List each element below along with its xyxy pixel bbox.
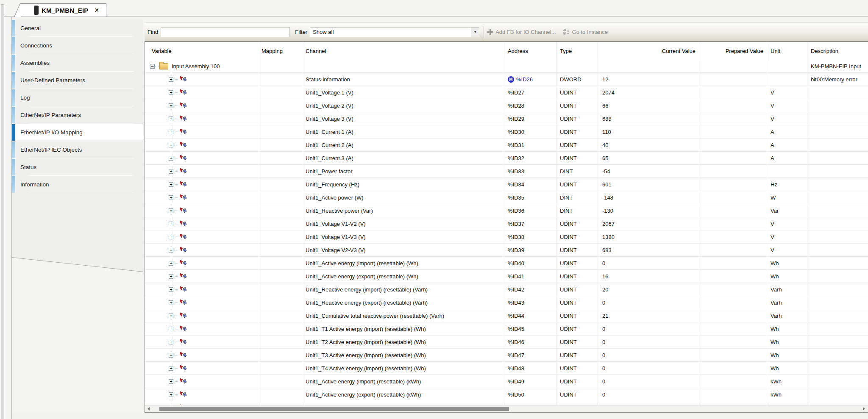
cell-mapping[interactable] (258, 296, 302, 309)
cell-unit[interactable]: Varh (767, 309, 807, 322)
cell-channel[interactable]: Unit1_Reactive energy (export) (resettab… (302, 296, 504, 309)
cell-unit[interactable] (767, 165, 807, 178)
cell-address[interactable]: %ID45 (504, 322, 556, 335)
cell-type[interactable]: UDINT (556, 336, 598, 348)
table-row-6[interactable]: + Unit1_Current 3 (A)%ID32UDINT65A (145, 152, 868, 165)
cell-mapping[interactable] (258, 375, 302, 388)
column-header-current-value[interactable]: Current Value (598, 42, 699, 60)
cell-prepared-value[interactable] (699, 257, 767, 269)
cell-channel[interactable]: Unit1_Voltage V1-V3 (V) (302, 230, 504, 243)
cell-channel[interactable]: Unit1_Voltage 2 (V) (302, 99, 504, 112)
cell-type[interactable]: UDINT (556, 388, 598, 401)
cell-type[interactable]: UDINT (556, 244, 598, 256)
cell-current-value[interactable]: 0 (598, 296, 699, 309)
cell-channel[interactable]: Unit1_Frequency (Hz) (302, 178, 504, 191)
table-row-8[interactable]: + Unit1_Frequency (Hz)%ID34UDINT601Hz (145, 178, 868, 191)
horizontal-scrollbar[interactable] (145, 405, 868, 412)
cell-address[interactable]: %ID50 (504, 388, 556, 401)
table-row-10[interactable]: + Unit1_Reactive power (Var)%ID36DINT-13… (145, 204, 868, 217)
cell-current-value[interactable]: 0 (598, 388, 699, 401)
cell-channel[interactable]: Unit1_Active energy (export) (resettable… (302, 388, 504, 401)
cell-address[interactable]: %ID31 (504, 139, 556, 151)
cell-prepared-value[interactable] (699, 217, 767, 230)
cell-unit[interactable]: V (767, 112, 807, 125)
cell-prepared-value[interactable] (699, 283, 767, 296)
cell-unit[interactable]: Wh (767, 349, 807, 361)
table-row-3[interactable]: + Unit1_Voltage 3 (V)%ID29UDINT688V (145, 112, 868, 125)
cell-mapping[interactable] (258, 244, 302, 256)
cell-channel[interactable]: Unit1_Voltage V1-V2 (V) (302, 217, 504, 230)
sidebar-item-information[interactable]: Information (12, 176, 143, 193)
cell-unit[interactable]: Wh (767, 322, 807, 335)
cell-current-value[interactable]: 0 (598, 349, 699, 361)
cell-channel[interactable]: Unit1_Active energy (export) (resettable… (302, 270, 504, 283)
cell-unit[interactable] (767, 73, 807, 86)
table-row-5[interactable]: + Unit1_Current 2 (A)%ID31UDINT40A (145, 139, 868, 152)
cell-mapping[interactable] (258, 362, 302, 375)
cell-unit[interactable]: Varh (767, 283, 807, 296)
cell-prepared-value[interactable] (699, 112, 767, 125)
cell-current-value[interactable]: 688 (598, 112, 699, 125)
cell-type[interactable]: UDINT (556, 139, 598, 151)
sidebar-item-ethernetip-iec-objects[interactable]: EtherNet/IP IEC Objects (12, 141, 143, 158)
cell-prepared-value[interactable] (699, 375, 767, 388)
cell-prepared-value[interactable] (699, 99, 767, 112)
cell-channel[interactable]: Unit1_Active energy (import) (resettable… (302, 375, 504, 388)
cell-unit[interactable]: Wh (767, 257, 807, 269)
column-header-variable[interactable]: Variable (145, 42, 258, 60)
cell-address[interactable]: %ID28 (504, 99, 556, 112)
cell-mapping[interactable] (258, 112, 302, 125)
cell-type[interactable]: DINT (556, 191, 598, 204)
cell-mapping[interactable] (258, 139, 302, 151)
cell-channel[interactable] (302, 60, 504, 72)
cell-mapping[interactable] (258, 125, 302, 138)
cell-current-value[interactable]: 12 (598, 73, 699, 86)
cell-current-value[interactable]: 110 (598, 125, 699, 138)
tab-km-pmbn-eip[interactable]: KM_PMBN_EIP ✕ (20, 3, 106, 17)
cell-channel[interactable]: Unit1_T3 Active energy (import) (resetta… (302, 349, 504, 361)
cell-prepared-value[interactable] (699, 322, 767, 335)
cell-channel[interactable]: Unit1_T2 Active energy (import) (resetta… (302, 336, 504, 348)
cell-unit[interactable]: Varh (767, 296, 807, 309)
cell-address[interactable]: %ID32 (504, 152, 556, 164)
cell-channel[interactable]: Unit1_Current 2 (A) (302, 139, 504, 151)
cell-channel[interactable]: Unit1_Voltage V2-V3 (V) (302, 244, 504, 256)
cell-address[interactable]: %ID48 (504, 362, 556, 375)
cell-mapping[interactable] (258, 86, 302, 99)
scrollbar-thumb[interactable] (159, 407, 509, 411)
cell-mapping[interactable] (258, 388, 302, 401)
table-row-18[interactable]: + Unit1_Cumulative total reactive power … (145, 309, 868, 322)
cell-address[interactable]: %ID29 (504, 112, 556, 125)
sidebar-item-user-defined-parameters[interactable]: User-Defined Parameters (12, 72, 143, 89)
sidebar-item-connections[interactable]: Connections (12, 37, 143, 54)
cell-mapping[interactable] (258, 283, 302, 296)
cell-unit[interactable]: kWh (767, 388, 807, 401)
column-header-address[interactable]: Address (504, 42, 556, 60)
cell-prepared-value[interactable] (699, 191, 767, 204)
cell-unit[interactable]: Wh (767, 336, 807, 348)
cell-mapping[interactable] (258, 73, 302, 86)
cell-channel[interactable]: Unit1_Current 1 (A) (302, 125, 504, 138)
cell-channel[interactable]: Unit1_Voltage 3 (V) (302, 112, 504, 125)
sidebar-item-status[interactable]: Status (12, 158, 143, 176)
cell-type[interactable]: UDINT (556, 178, 598, 191)
cell-address[interactable]: %ID37 (504, 217, 556, 230)
cell-type[interactable]: UDINT (556, 296, 598, 309)
cell-current-value[interactable]: 65 (598, 152, 699, 164)
cell-type[interactable]: UDINT (556, 217, 598, 230)
cell-mapping[interactable] (258, 217, 302, 230)
cell-current-value[interactable]: 683 (598, 244, 699, 256)
column-header-description[interactable]: Description (807, 42, 868, 60)
cell-channel[interactable]: Status information (302, 73, 504, 86)
cell-channel[interactable]: Unit1_Current 3 (A) (302, 152, 504, 164)
cell-unit[interactable]: V (767, 217, 807, 230)
cell-type[interactable]: UDINT (556, 230, 598, 243)
cell-prepared-value[interactable] (699, 125, 767, 138)
table-row-9[interactable]: + Unit1_Active power (W)%ID35DINT-148W (145, 191, 868, 204)
cell-address[interactable]: %ID30 (504, 125, 556, 138)
cell-address[interactable]: %ID47 (504, 349, 556, 361)
cell-channel[interactable]: Unit1_Active energy (import) (resettable… (302, 257, 504, 269)
cell-channel[interactable]: Unit1_T4 Active energy (import) (resetta… (302, 362, 504, 375)
cell-unit[interactable]: A (767, 152, 807, 164)
table-row-14[interactable]: + Unit1_Active energy (import) (resettab… (145, 257, 868, 270)
